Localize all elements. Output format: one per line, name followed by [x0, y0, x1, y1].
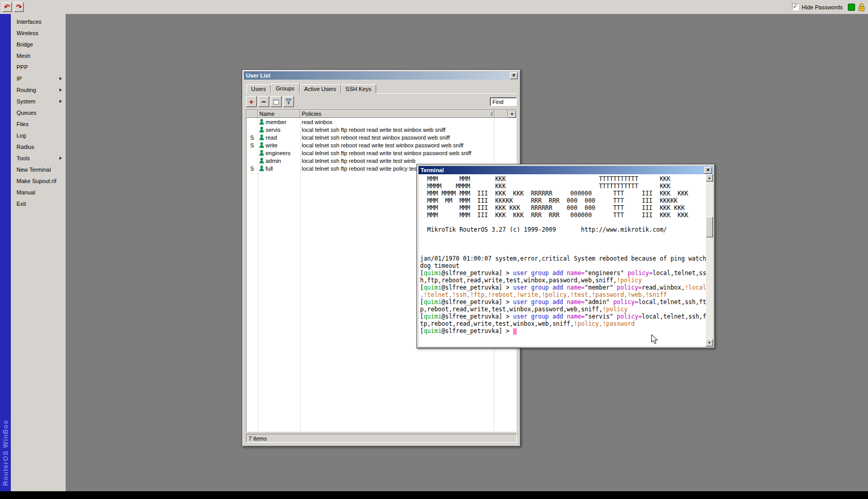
table-row[interactable]: Sreadlocal telnet ssh reboot read test w… [246, 133, 516, 141]
scroll-up-button[interactable]: ▲ [706, 174, 713, 182]
menu-label: Files [17, 121, 62, 127]
filter-button[interactable] [283, 96, 294, 107]
find-box[interactable]: Find [490, 97, 517, 106]
submenu-arrow-icon [59, 157, 62, 160]
sidebar-item-mesh[interactable]: Mesh [11, 50, 66, 62]
scrollbar-track[interactable] [706, 237, 713, 339]
tab-groups[interactable]: Groups [271, 83, 300, 94]
window-title: User List [246, 72, 270, 79]
table-row[interactable]: engineerslocal telnet ssh ftp reboot rea… [246, 149, 516, 157]
user-list-titlebar[interactable]: User List × [244, 71, 519, 80]
redo-button[interactable]: ↷ [14, 2, 24, 12]
scroll-down-button[interactable]: ▼ [706, 339, 713, 346]
row-policies: local telnet ssh reboot read write test … [300, 142, 516, 148]
menu-label: Interfaces [17, 19, 62, 25]
user-icon [259, 142, 264, 148]
group-name-label: full [266, 165, 273, 172]
funnel-icon [286, 99, 291, 104]
tab-ssh-keys[interactable]: SSH Keys [341, 84, 376, 94]
undo-icon: ↶ [4, 4, 10, 10]
row-policies: read winbox [300, 119, 516, 125]
terminal-titlebar[interactable]: Terminal × [419, 166, 713, 174]
comment-button[interactable] [271, 96, 282, 107]
column-select-button[interactable]: ▼ [508, 110, 516, 118]
sidebar-item-ip[interactable]: IP [11, 73, 66, 84]
close-button[interactable]: × [510, 72, 518, 79]
remove-button[interactable]: − [258, 96, 269, 107]
sidebar-item-ppp[interactable]: PPP [11, 62, 66, 73]
sort-indicator: / [491, 111, 492, 117]
row-flag: S [246, 142, 258, 148]
sidebar-item-routing[interactable]: Routing [11, 84, 66, 96]
menu-label: Log [17, 132, 62, 139]
bottom-bar [0, 491, 868, 499]
sidebar-item-interfaces[interactable]: Interfaces [11, 16, 66, 27]
sidebar-item-new-terminal[interactable]: New Terminal [11, 164, 66, 175]
user-icon [259, 127, 264, 132]
terminal-output[interactable]: MMM MMM KKK TTTTTTTTTTT KKK MMMM MMMM KK… [419, 174, 706, 346]
tab-users[interactable]: Users [246, 84, 271, 94]
column-header-flags[interactable] [246, 110, 258, 118]
sidebar-item-files[interactable]: Files [11, 118, 66, 130]
group-name-label: servis [266, 127, 281, 133]
row-policies: local telnet ssh ftp reboot read write t… [300, 158, 516, 164]
sidebar-item-tools[interactable]: Tools [11, 153, 66, 164]
terminal-window: Terminal × MMM MMM KKK TTTTTTTTTTT KKK M… [416, 164, 715, 349]
user-list-tabs: UsersGroupsActive UsersSSH Keys [245, 83, 517, 93]
tab-active-users[interactable]: Active Users [300, 84, 341, 94]
menu-label: IP [17, 75, 59, 82]
user-icon [259, 165, 264, 171]
sidebar-item-log[interactable]: Log [11, 130, 66, 141]
column-header-policies[interactable]: Policies / [300, 110, 494, 118]
chevron-down-icon: ▼ [510, 112, 514, 116]
add-button[interactable]: + [246, 96, 257, 107]
menu-label: New Terminal [17, 167, 62, 173]
hide-passwords-checkbox[interactable]: ✓ [792, 4, 799, 10]
column-header-name-label: Name [259, 111, 274, 117]
group-name-label: read [266, 134, 277, 141]
sidebar-item-bridge[interactable]: Bridge [11, 39, 66, 50]
column-header-filler [494, 110, 508, 118]
submenu-arrow-icon [59, 77, 62, 80]
group-name-label: write [266, 142, 277, 148]
row-policies: local telnet ssh ftp reboot read write t… [300, 150, 516, 156]
menu-label: PPP [17, 64, 62, 70]
lock-icon [858, 3, 865, 11]
sidebar-item-exit[interactable]: Exit [11, 198, 66, 209]
menu-label: Exit [17, 201, 62, 207]
undo-button[interactable]: ↶ [2, 2, 12, 12]
sidebar-item-radius[interactable]: Radius [11, 141, 66, 153]
menu-label: Manual [17, 189, 62, 195]
table-row[interactable]: memberread winbox [246, 118, 516, 126]
close-button[interactable]: × [704, 167, 712, 174]
table-row[interactable]: servislocal telnet ssh ftp reboot read w… [246, 126, 516, 133]
table-row[interactable]: Swritelocal telnet ssh reboot read write… [246, 141, 516, 149]
sidebar-item-queues[interactable]: Queues [11, 107, 66, 118]
terminal-scrollbar[interactable]: ▲ ▼ [706, 174, 713, 346]
row-name: servis [258, 127, 300, 133]
row-flag: S [246, 165, 258, 172]
sidebar-item-make-supout-rif[interactable]: Make Supout.rif [11, 175, 66, 187]
checkmark-icon: ✓ [793, 4, 797, 9]
winbox-main-window: ↶ ↷ ✓ Hide Passwords RouterOS WinBox Int… [0, 0, 868, 499]
sidebar-item-system[interactable]: System [11, 96, 66, 107]
column-header-name[interactable]: Name [258, 110, 300, 118]
user-icon [259, 119, 264, 125]
group-name-label: member [266, 119, 286, 125]
sidebar-item-manual[interactable]: Manual [11, 187, 66, 198]
redo-icon: ↷ [16, 4, 22, 10]
row-name: member [258, 119, 300, 125]
window-title: Terminal [421, 167, 444, 173]
status-bar: 7 items [246, 434, 517, 443]
group-name-label: engineers [266, 150, 290, 156]
mouse-cursor [651, 334, 658, 345]
scrollbar-track[interactable] [706, 182, 713, 217]
row-name: engineers [258, 150, 300, 156]
row-policies: local telnet ssh reboot read test winbox… [300, 134, 516, 141]
scrollbar-thumb[interactable] [706, 217, 713, 237]
terminal-body: MMM MMM KKK TTTTTTTTTTT KKK MMMM MMMM KK… [419, 174, 713, 346]
menu-label: Radius [17, 144, 62, 150]
table-row[interactable]: adminlocal telnet ssh ftp reboot read wr… [246, 157, 516, 164]
sidebar-item-wireless[interactable]: Wireless [11, 27, 66, 39]
menu-label: Tools [17, 155, 59, 161]
